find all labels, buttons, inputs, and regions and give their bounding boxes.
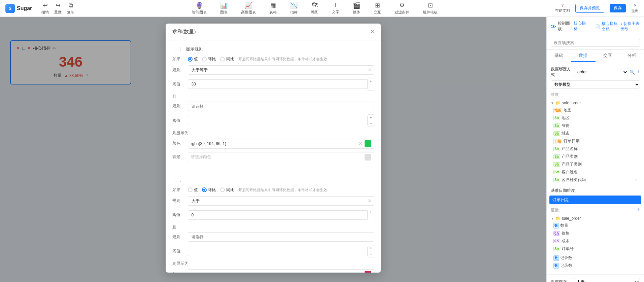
switch-chart-type-button[interactable]: ↕ 切换图表类型 bbox=[620, 21, 640, 32]
help-button[interactable]: ? 帮助文档 bbox=[555, 3, 570, 13]
rule2-color-swatch[interactable] bbox=[365, 271, 371, 273]
rule1-threshold2-increment[interactable]: + bbox=[368, 115, 374, 120]
component-template-button[interactable]: ⊡ 组件模板 bbox=[420, 0, 440, 16]
rule1-color-clear[interactable]: ✕ bbox=[359, 141, 363, 146]
data-binding-add-button[interactable]: + bbox=[636, 69, 640, 75]
rule1-same-radio[interactable]: 同比 bbox=[220, 56, 234, 62]
rule2-rule2-select[interactable] bbox=[188, 232, 374, 242]
data-model-select[interactable]: 数据模型 bbox=[551, 80, 640, 89]
rule2-drag-handle-icon[interactable]: ⋮⋮ bbox=[172, 177, 183, 183]
toolbar-actions: ↩ 撤销 ↪ 重做 ⧉ 复制 bbox=[41, 2, 74, 15]
filter-button[interactable]: ⚙ 过滤条件 bbox=[392, 0, 412, 16]
measure-item-quantity[interactable]: 数 数量 bbox=[549, 222, 641, 230]
rule2-same-radio[interactable]: 同比 bbox=[220, 187, 234, 193]
data-binding-search-icon[interactable]: 🔍 bbox=[630, 70, 635, 75]
exit-button[interactable]: ✕ 退出 bbox=[631, 3, 639, 13]
doc-link[interactable]: 核心指标文档 bbox=[602, 21, 619, 32]
measure-item-order-no[interactable]: Str 订单号 bbox=[549, 245, 641, 253]
rule2-color-clear[interactable]: ✕ bbox=[359, 272, 363, 273]
dialog-close-button[interactable]: × bbox=[371, 28, 374, 35]
copy-button[interactable]: ⧉ 复制 bbox=[67, 2, 74, 15]
text-button[interactable]: T 文字 bbox=[329, 0, 342, 16]
rule1-color-swatch[interactable] bbox=[365, 140, 371, 147]
rule2-threshold2-increment[interactable]: + bbox=[368, 245, 374, 251]
dim-item-order-date[interactable]: 日期 订单日期 bbox=[549, 137, 641, 145]
sale-order-group-header[interactable]: ▼ 📁 sale_order bbox=[549, 100, 641, 106]
rule2-rule-select[interactable]: 大于 bbox=[188, 196, 374, 206]
measure-item-price[interactable]: 0.5 价格 bbox=[549, 230, 641, 237]
tab-analysis[interactable]: 分析 bbox=[620, 50, 644, 62]
rule1-threshold2-input[interactable] bbox=[188, 116, 368, 125]
measure-record-count-1[interactable]: 数 记录数 bbox=[549, 254, 641, 262]
right-panel-header: ≫ 控制面板 | 核心指标 📄 核心指标文档 ↕ 切换图表类型 bbox=[547, 17, 644, 36]
expand-icon[interactable]: ≫ bbox=[551, 23, 556, 30]
rule2-color-input-wrap: ✕ bbox=[188, 269, 374, 273]
undo-button[interactable]: ↩ 撤销 bbox=[41, 2, 49, 15]
rule2-ratio-radio[interactable]: 环比 bbox=[202, 187, 216, 193]
map-button[interactable]: 🗺 地图 bbox=[308, 0, 321, 16]
measure-section-header: 度量 + bbox=[547, 205, 644, 214]
dim-item-customer-name[interactable]: Str 客户姓名 bbox=[549, 168, 641, 176]
dim-item-customer-type[interactable]: Str 客户种类代码 ≡ bbox=[549, 176, 641, 184]
rule2-color-input[interactable] bbox=[191, 272, 357, 273]
tab-basic[interactable]: 基础 bbox=[547, 50, 571, 62]
measure-add-button[interactable]: + bbox=[636, 207, 640, 213]
dialog-overlay[interactable]: 求和(数量) × ⋮⋮ 显示规则 如果 bbox=[0, 17, 546, 282]
rule1-rule-select[interactable]: 大于等于 bbox=[188, 65, 374, 75]
dim-customer-name-label: 客户姓名 bbox=[562, 169, 578, 175]
rule2-threshold2-input[interactable] bbox=[188, 247, 368, 256]
rule2-threshold-decrement[interactable]: − bbox=[368, 215, 374, 221]
rule1-value-radio[interactable]: 值 bbox=[188, 56, 198, 62]
rule1-rule2-select[interactable] bbox=[188, 102, 374, 111]
sale-order-measure-header[interactable]: ▼ 📁 sale_order bbox=[549, 215, 641, 222]
rule1-bg-swatch[interactable] bbox=[365, 154, 371, 161]
dim-item-region[interactable]: Str 地区 bbox=[549, 114, 641, 122]
selected-dim-order-date[interactable]: 订单日期 bbox=[549, 196, 641, 204]
measure-item-cost[interactable]: 0.5 成本 bbox=[549, 237, 641, 245]
rule2-threshold-input[interactable] bbox=[188, 210, 368, 220]
dim-item-product-subcategory[interactable]: Str 产品子类别 bbox=[549, 161, 641, 168]
data-cache-select[interactable]: 1 天 bbox=[574, 278, 640, 282]
rule2-rule2-row: 规则 bbox=[172, 232, 374, 242]
dim-item-province[interactable]: Str 省份 bbox=[549, 122, 641, 130]
metric-button[interactable]: 📉 指标 bbox=[287, 0, 300, 16]
rule2-rule-clear[interactable]: ✕ bbox=[368, 198, 372, 204]
breadcrumb-child[interactable]: 核心指标 bbox=[574, 21, 586, 32]
rule1-threshold-increment[interactable]: + bbox=[368, 78, 374, 84]
rule1-threshold-decrement[interactable]: − bbox=[368, 84, 374, 90]
tab-interact[interactable]: 交互 bbox=[596, 50, 620, 62]
rule2-threshold-increment[interactable]: + bbox=[368, 209, 374, 215]
rule2-threshold2-buttons: + − bbox=[368, 245, 374, 257]
drag-handle-icon[interactable]: ⋮⋮ bbox=[172, 46, 183, 52]
rule1-color-input[interactable] bbox=[191, 141, 357, 146]
canvas-area[interactable]: ✕ □ ✕ 核心指标 ✏ 346 数量 ▲ 33.59% ? 求和(数量) × bbox=[0, 17, 546, 282]
interact-button[interactable]: ⊞ 交互 bbox=[371, 0, 384, 16]
rule1-threshold2-row: 阈值 + − bbox=[172, 114, 374, 127]
rule2-radio-group: 值 环比 同比 开启同环比且结果中有同环比数据，条 bbox=[188, 187, 327, 193]
tab-data[interactable]: 数据 bbox=[571, 50, 595, 62]
rule2-value-radio[interactable]: 值 bbox=[188, 187, 198, 193]
settings-search-input[interactable] bbox=[551, 39, 640, 47]
data-binding-select[interactable]: order bbox=[574, 68, 628, 76]
dim-item-city[interactable]: Str 城市 bbox=[549, 130, 641, 137]
rule1-threshold2-decrement[interactable]: − bbox=[368, 120, 374, 126]
chart-button[interactable]: 📊 图表 bbox=[217, 0, 230, 16]
save-preview-button[interactable]: 保存并预览 bbox=[575, 4, 604, 13]
save-button[interactable]: 保存 bbox=[610, 4, 626, 12]
measure-record-count-2-tag: 数 bbox=[553, 263, 559, 269]
table-button[interactable]: ▦ 表格 bbox=[267, 0, 279, 16]
rule1-rule-clear[interactable]: ✕ bbox=[368, 67, 372, 73]
smart-chart-button[interactable]: 🔮 智能图表 bbox=[189, 0, 209, 16]
rule1-threshold-input[interactable] bbox=[188, 79, 368, 89]
dim-item-map[interactable]: 地图 地图 bbox=[549, 106, 641, 114]
media-button[interactable]: 🎬 媒体 bbox=[350, 0, 363, 16]
measure-record-count-2[interactable]: 数 记录数 bbox=[549, 262, 641, 270]
rule1-ratio-radio[interactable]: 环比 bbox=[202, 56, 216, 62]
redo-button[interactable]: ↪ 重做 bbox=[54, 2, 62, 15]
dim-item-product-category[interactable]: Str 产品类别 bbox=[549, 153, 641, 161]
help-icon: ? bbox=[562, 3, 564, 7]
rule2-threshold2-decrement[interactable]: − bbox=[368, 251, 374, 257]
rule2-display-label: 则显示为 bbox=[172, 261, 374, 267]
advanced-chart-button[interactable]: 📈 高级图表 bbox=[238, 0, 259, 16]
dim-item-product-name[interactable]: Str 产品名称 bbox=[549, 145, 641, 153]
